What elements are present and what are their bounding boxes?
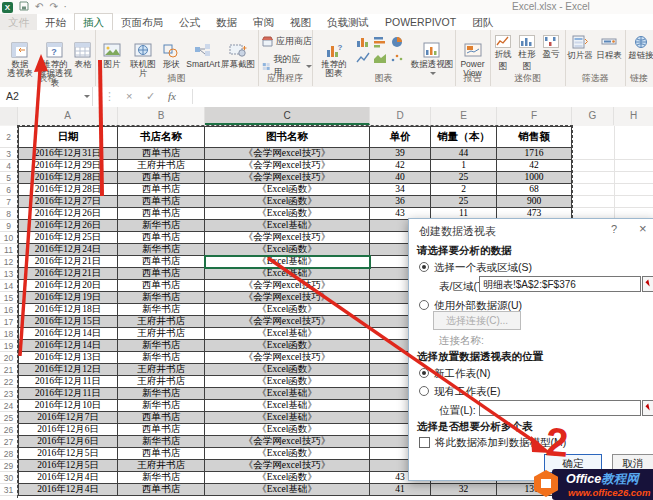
cell-store[interactable]: 西单书店 (118, 484, 205, 495)
cell-date[interactable]: 2016年12月28日 (18, 184, 118, 195)
cell-book[interactable]: 《会学网excel技巧》 (205, 172, 370, 183)
cell-book[interactable]: 《会学网excel技巧》 (205, 232, 370, 243)
cell-book[interactable]: 《会学网excel技巧》 (205, 460, 370, 471)
cell-date[interactable]: 2016年12月13日 (18, 352, 118, 363)
header-cell-qty[interactable]: 销量（本） (431, 127, 497, 147)
cell-qty[interactable]: 1 (431, 160, 497, 171)
cell-date[interactable]: 2016年12月18日 (18, 304, 118, 315)
sparkline-winloss-button[interactable]: 盈亏 (540, 35, 562, 61)
row-number[interactable]: 11 (0, 244, 17, 256)
cell-store[interactable]: 王府井书店 (118, 376, 205, 387)
location-input[interactable] (479, 400, 641, 416)
hyperlink-button[interactable]: 超链接 (628, 35, 653, 62)
cell-qty[interactable]: 2 (431, 184, 497, 195)
cell-date[interactable]: 2016年12月14日 (18, 340, 118, 351)
row-number[interactable]: 9 (0, 220, 17, 232)
row-number[interactable]: 26 (0, 424, 17, 436)
cell-store[interactable]: 新华书店 (118, 436, 205, 447)
cell-amount[interactable]: 68 (497, 184, 572, 195)
cell-store[interactable]: 西单书店 (118, 232, 205, 243)
cell-date[interactable]: 2016年12月27日 (18, 196, 118, 207)
radio-new-worksheet-label[interactable]: 新工作表(N) (434, 367, 491, 381)
timeline-button[interactable]: 日程表 (595, 35, 623, 62)
save-icon[interactable] (19, 1, 29, 13)
tab-file[interactable]: 文件 (0, 14, 37, 30)
cell-date[interactable]: 2016年12月5日 (18, 448, 118, 459)
cell-store[interactable]: 西单书店 (118, 208, 205, 219)
location-range-picker-icon[interactable] (642, 400, 653, 416)
row-number[interactable]: 21 (0, 364, 17, 376)
cell-date[interactable]: 2016年12月29日 (18, 160, 118, 171)
cell-amount[interactable]: 1000 (497, 172, 572, 183)
cell-store[interactable]: 新华书店 (118, 400, 205, 411)
screenshot-button[interactable]: 屏幕截图 (221, 32, 255, 69)
cell-date[interactable]: 2016年12月6日 (18, 424, 118, 435)
cell-book[interactable]: 《Excel函数》 (205, 472, 370, 483)
cell-book[interactable]: 《Excel函数》 (205, 208, 370, 219)
cell-book[interactable]: 《会学网excel技巧》 (205, 148, 370, 159)
cell-store[interactable]: 西单书店 (118, 280, 205, 291)
pictures-button[interactable]: 图片 (99, 32, 125, 69)
cell-book[interactable]: 《Excel基础》 (205, 256, 370, 267)
row-number[interactable]: 20 (0, 352, 17, 364)
column-header-b[interactable]: B (118, 107, 205, 125)
row-number[interactable]: 28 (0, 448, 17, 460)
header-cell-price[interactable]: 单价 (370, 127, 431, 147)
cell-book[interactable]: 《Excel基础》 (205, 400, 370, 411)
row-number[interactable]: 25 (0, 412, 17, 424)
cell-date[interactable]: 2016年12月21日 (18, 256, 118, 267)
row-number[interactable]: 18 (0, 328, 17, 340)
cell-date[interactable]: 2016年12月26日 (18, 220, 118, 231)
cell-date[interactable]: 2016年12月31日 (18, 148, 118, 159)
cell-book[interactable]: 《会学网excel技巧》 (205, 316, 370, 327)
radio-new-worksheet[interactable] (419, 368, 429, 378)
cell-book[interactable]: 《Excel函数》 (205, 244, 370, 255)
cell-store[interactable]: 西单书店 (118, 424, 205, 435)
tab-formulas[interactable]: 公式 (171, 14, 208, 30)
tab-powerpivot[interactable]: POWERPIVOT (377, 14, 464, 30)
column-header-e[interactable]: E (431, 107, 497, 125)
row-number[interactable]: 12 (0, 256, 17, 268)
row-number[interactable]: 30 (0, 472, 17, 484)
cell-date[interactable]: 2016年12月10日 (18, 400, 118, 411)
table-range-input[interactable]: 明细表!$A$2:$F$376 (479, 276, 641, 292)
header-cell-store[interactable]: 书店名称 (118, 127, 205, 147)
header-cell-date[interactable]: 日期 (18, 127, 118, 147)
cell-store[interactable]: 王府井书店 (118, 364, 205, 375)
tab-data[interactable]: 数据 (208, 14, 245, 30)
cell-price[interactable]: 34 (370, 184, 431, 195)
cell-book[interactable]: 《会学网excel技巧》 (205, 436, 370, 447)
cell-book[interactable]: 《会学网excel技巧》 (205, 280, 370, 291)
cell-store[interactable]: 西单书店 (118, 184, 205, 195)
cell-store[interactable]: 西单书店 (118, 148, 205, 159)
cell-qty[interactable]: 25 (431, 196, 497, 207)
tab-review[interactable]: 审阅 (245, 14, 282, 30)
cell-store[interactable]: 西单书店 (118, 172, 205, 183)
cell-date[interactable]: 2016年12月19日 (18, 292, 118, 303)
cell-book[interactable]: 《Excel基础》 (205, 388, 370, 399)
sparkline-line-button[interactable]: 折线图 (492, 35, 514, 73)
cell-qty[interactable]: 44 (431, 148, 497, 159)
row-number[interactable]: 10 (0, 232, 17, 244)
cell-store[interactable]: 新华书店 (118, 244, 205, 255)
row-number[interactable]: 15 (0, 292, 17, 304)
cell-book[interactable]: 《Excel函数》 (205, 376, 370, 387)
dialog-close-icon[interactable]: × (639, 221, 647, 236)
row-number[interactable]: 4 (0, 160, 17, 172)
cell-date[interactable]: 2016年12月14日 (18, 328, 118, 339)
cell-store[interactable]: 新华书店 (118, 472, 205, 483)
cell-date[interactable]: 2016年12月24日 (18, 244, 118, 255)
row-number[interactable]: 14 (0, 280, 17, 292)
header-cell-book[interactable]: 图书名称 (205, 127, 370, 147)
cell-amount[interactable]: 900 (497, 196, 572, 207)
slicer-button[interactable]: 切片器 (567, 35, 593, 62)
cell-store[interactable]: 新华书店 (118, 388, 205, 399)
cell-book[interactable]: 《会学网excel技巧》 (205, 292, 370, 303)
column-header-h[interactable]: H (614, 107, 653, 125)
formula-enter-icon[interactable]: ✓ (146, 87, 155, 106)
tab-home[interactable]: 开始 (37, 14, 74, 30)
cell-book[interactable]: 《Excel基础》 (205, 268, 370, 279)
cell-book[interactable]: 《Excel函数》 (205, 196, 370, 207)
row-number[interactable]: 17 (0, 316, 17, 328)
redo-icon[interactable]: ↷ (49, 2, 57, 12)
